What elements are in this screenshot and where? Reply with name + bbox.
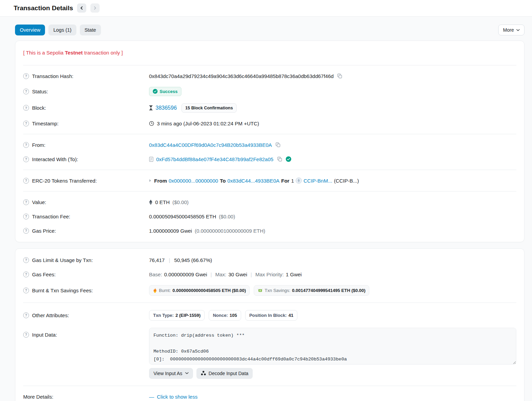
copy-icon[interactable] — [276, 156, 283, 163]
help-icon[interactable] — [23, 142, 29, 148]
help-icon[interactable] — [23, 332, 29, 338]
txn-savings-badge: Txn Savings: 0.001477404999541495 ETH ($… — [254, 285, 369, 296]
chevron-left-icon — [80, 6, 84, 10]
chevron-down-icon — [185, 372, 189, 374]
chevron-right-icon — [93, 6, 97, 10]
gas-limit-usage-row: Gas Limit & Usage by Txn: 76,417 | 50,94… — [23, 253, 516, 267]
gas-fees-row: Gas Fees: Base: 0.000000009 Gwei | Max: … — [23, 267, 516, 281]
help-icon[interactable] — [23, 228, 29, 234]
contract-file-icon — [149, 157, 153, 162]
clock-icon — [149, 121, 154, 126]
block-row: Block: 3836596 15 Block Confirmations — [23, 99, 516, 116]
check-circle-icon — [153, 89, 158, 94]
gas-limit-usage-label: Gas Limit & Usage by Txn: — [32, 257, 93, 263]
erc20-token-symbol: (CCIP-B...) — [334, 178, 359, 184]
input-data-textarea[interactable]: Function: drip(address token) *** Method… — [149, 328, 516, 365]
interacted-with-row: Interacted With (To): 0xFd57b4ddBf88a4e0… — [23, 152, 516, 166]
erc20-for-word: For — [281, 178, 289, 184]
fire-icon — [153, 288, 157, 293]
gas-price-label: Gas Price: — [32, 228, 56, 234]
txn-type-badge: Txn Type: 2 (EIP-1559) — [149, 310, 205, 321]
more-button[interactable]: More — [498, 25, 524, 35]
help-icon[interactable] — [23, 312, 29, 318]
help-icon[interactable] — [23, 89, 29, 94]
value-amount: 0 ETH — [155, 199, 170, 205]
page-header: Transaction Details — [0, 0, 532, 17]
help-icon[interactable] — [23, 272, 29, 277]
tab-state[interactable]: State — [80, 25, 101, 35]
erc20-transfers-row: ERC-20 Tokens Transferred: From 0x000000… — [23, 173, 516, 188]
burnt-label: Burnt: — [159, 288, 171, 293]
txn-type-value: 2 (EIP-1559) — [175, 313, 201, 318]
other-attributes-row: Other Attributes: Txn Type: 2 (EIP-1559)… — [23, 306, 516, 324]
page-title: Transaction Details — [14, 4, 73, 12]
timestamp-value: 3 mins ago (Jul-06-2023 01:02:24 PM +UTC… — [157, 121, 259, 126]
separator: | — [249, 272, 253, 277]
transaction-hash-row: Transaction Hash: 0x843dc70a4a29d79234c4… — [23, 69, 516, 83]
nonce-label: Nonce: — [213, 313, 228, 318]
show-less-link-label: Click to show less — [157, 394, 197, 400]
max-fee-value: 30 Gwei — [228, 272, 247, 277]
help-icon[interactable] — [23, 288, 29, 293]
notice-suffix: transaction only ] — [83, 50, 123, 56]
input-data-label: Input Data: — [32, 332, 57, 338]
caret-right-icon — [149, 179, 151, 182]
help-icon[interactable] — [23, 73, 29, 79]
help-icon[interactable] — [23, 105, 29, 111]
erc20-token-link[interactable]: CCIP-BnM... — [304, 178, 332, 184]
value-row: Value: 0 ETH ($0.00) — [23, 195, 516, 209]
interacted-with-label: Interacted With (To): — [32, 156, 78, 162]
base-fee-label: Base: — [149, 272, 162, 277]
minus-icon: — — [149, 394, 154, 400]
money-wings-icon — [257, 288, 263, 293]
separator: | — [209, 272, 213, 277]
help-icon[interactable] — [23, 199, 29, 205]
gas-limit-value: 76,417 — [149, 257, 165, 263]
divider — [23, 170, 516, 170]
transaction-fee-label: Transaction Fee: — [32, 214, 70, 219]
verified-contract-check-icon — [286, 156, 291, 162]
more-details-row: More Details: — Click to show less — [23, 389, 516, 401]
transaction-hash-value: 0x843dc70a4a29d79234c49a904c363d6c46640a… — [149, 73, 334, 79]
decode-input-data-label: Decode Input Data — [209, 371, 249, 376]
divider — [23, 303, 516, 303]
erc20-to-address-link[interactable]: 0x83dC44...4933BE0A — [227, 178, 280, 184]
block-number-link[interactable]: 3836596 — [156, 105, 177, 111]
other-attributes-label: Other Attributes: — [32, 312, 69, 318]
base-fee-value: 0.000000009 Gwei — [164, 272, 207, 277]
input-data-actions: View Input As Decode Input Data — [149, 368, 516, 379]
previous-transaction-button[interactable] — [77, 3, 86, 13]
tab-logs[interactable]: Logs (1) — [48, 25, 76, 35]
help-icon[interactable] — [23, 121, 29, 126]
erc20-from-word: From — [154, 178, 167, 184]
txn-savings-label: Txn Savings: — [265, 288, 290, 293]
help-icon[interactable] — [23, 257, 29, 263]
gas-fees-label: Gas Fees: — [32, 272, 56, 277]
gas-price-eth: (0.000000001000000009 ETH) — [195, 228, 265, 234]
from-address-link[interactable]: 0x83dC44a4C00DFf69d0A0c7c94B20b53a4933BE… — [149, 142, 272, 148]
interacted-with-address-link[interactable]: 0xFd57b4ddBf88a4e07fF4e34C487b99af2Fe82a… — [156, 156, 274, 162]
transaction-fee-row: Transaction Fee: 0.000050945000458505 ET… — [23, 209, 516, 223]
notice-prefix: [ This is a Sepolia — [23, 50, 65, 56]
status-badge-label: Success — [160, 89, 178, 94]
next-transaction-button[interactable] — [90, 3, 100, 13]
testnet-notice: [ This is a Sepolia Testnet transaction … — [23, 45, 516, 62]
gas-price-value: 1.000000009 Gwei — [149, 228, 192, 234]
show-less-link[interactable]: — Click to show less — [149, 394, 197, 400]
block-confirmations-badge: 15 Block Confirmations — [181, 103, 237, 113]
erc20-from-address-link[interactable]: 0x000000...00000000 — [169, 178, 218, 184]
position-in-block-badge: Position In Block: 41 — [245, 310, 297, 321]
view-input-as-button[interactable]: View Input As — [149, 368, 193, 379]
help-icon[interactable] — [23, 214, 29, 219]
txn-savings-value: 0.001477404999541495 ETH ($0.00) — [292, 288, 365, 293]
timestamp-row: Timestamp: 3 mins ago (Jul-06-2023 01:02… — [23, 116, 516, 130]
help-icon[interactable] — [23, 178, 29, 184]
copy-icon[interactable] — [336, 73, 343, 79]
decode-input-data-button[interactable]: Decode Input Data — [196, 368, 253, 379]
tab-overview[interactable]: Overview — [15, 25, 45, 35]
help-icon[interactable] — [23, 156, 29, 162]
details-card: Gas Limit & Usage by Txn: 76,417 | 50,94… — [15, 248, 524, 401]
copy-icon[interactable] — [275, 141, 281, 148]
eth-diamond-icon — [149, 200, 152, 205]
more-button-label: More — [503, 27, 514, 33]
